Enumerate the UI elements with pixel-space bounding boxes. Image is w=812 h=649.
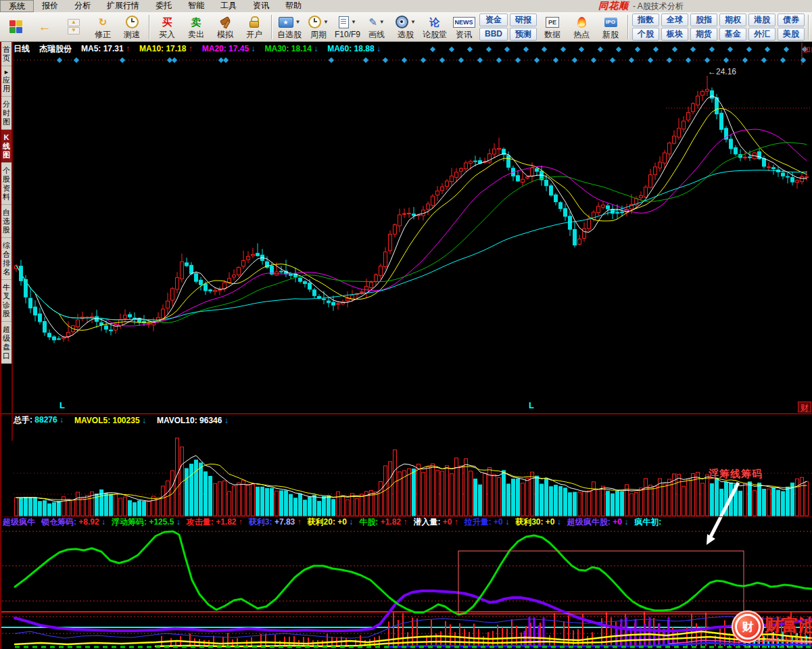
toolbar-separator [627,15,629,39]
toolbar-button-label: 卖出 [188,30,204,39]
sidebar-item-牛叉诊股[interactable]: 牛叉诊股 [1,280,11,322]
down-arrow-icon: ↓ [349,517,353,527]
toolbar-button-label: 论股堂 [423,30,447,39]
toolbar-button-个股[interactable]: 个股 [632,28,659,41]
sidebar-border-line [11,42,13,441]
toolbar-separator [808,15,809,39]
toolbar-button-美股[interactable]: 美股 [778,28,805,41]
toolbar-button-data[interactable]: PE数据 [538,14,567,41]
toolbar-button-draw-line[interactable]: ✎▼画线 [362,14,391,41]
toolbar-button-page-arrows[interactable]: ▲▼ [59,14,88,41]
toolbar-button-研报[interactable]: 研报 [510,14,537,26]
down-arrow-icon: ↓ [142,416,146,425]
chevron-down-icon: ▼ [410,19,416,25]
menu-item-7[interactable]: 资讯 [245,0,277,11]
draw-line-icon: ✎ [368,16,377,29]
sidebar-item-自选股[interactable]: 自选股 [1,205,11,238]
indicator-stat-0: 锁仓筹码: +8.92 ↓ [41,516,105,528]
page-up-down-icon: ▲▼ [68,19,80,34]
float-chip-annotation: 浮筹线筹码 [709,468,763,481]
toolbar-button-buy[interactable]: 买买入 [153,14,181,41]
add-watchlist-tag[interactable]: 加自 [803,45,812,55]
toolbar-button-资金[interactable]: 资金 [479,14,508,26]
toolbar-button-f10-f9[interactable]: ▼F10/F9 [333,14,362,41]
menu-item-4[interactable]: 委托 [147,0,180,11]
app-logo: 同花顺 [598,0,629,12]
toolbar-button-BBD[interactable]: BBD [479,28,508,41]
toolbar-button-预测[interactable]: 预测 [510,28,537,41]
indicator-stat-3: 获利3: +7.83 ↑ [249,516,302,528]
toolbar-button-news[interactable]: NEWS资讯 [450,14,478,41]
sidebar-item-首页[interactable]: 首页 [1,42,11,66]
toolbar-button-speed-test[interactable]: 测速 [118,14,146,41]
up-arrow-icon: ↑ [403,517,407,527]
toolbar-button-stock-pick[interactable]: ▼选股 [391,14,420,41]
toolbar-button-指数[interactable]: 指数 [632,14,659,26]
toolbar-button-label: F10/F9 [335,30,360,39]
lock-icon [249,16,259,28]
sidebar-item-应用[interactable]: ▶应用 [1,66,11,97]
menu-item-5[interactable]: 智能 [180,0,212,11]
menu-item-1[interactable]: 报价 [34,0,66,11]
toolbar-button-期货[interactable]: 期货 [690,28,717,41]
toolbar-button-股指[interactable]: 股指 [690,14,717,26]
toolbar-button-label: 开户 [246,30,262,39]
toolbar-button-板块[interactable]: 板块 [661,28,688,41]
window-title: 同花顺 - A股技术分析 [598,1,684,11]
sidebar-item-分时图[interactable]: 分时图 [1,97,11,130]
toolbar-button-债券[interactable]: 债券 [778,14,805,26]
toolbar-button-watchlist[interactable]: ▼自选股 [275,14,304,41]
toolbar-button-外汇[interactable]: 外汇 [748,28,775,41]
sidebar-item-综合排名[interactable]: 综合排名 [1,238,11,280]
toolbar-button-label: 新股 [602,30,619,39]
toolbar: ←▲▼↻修正测速买买入卖卖出模拟开户▼自选股▼周期▼F10/F9✎▼画线▼选股论… [0,12,812,42]
toolbar-button-correct[interactable]: ↻修正 [89,14,117,41]
pane-divider-main-volume [0,413,812,414]
toolbar-button-sell[interactable]: 卖卖出 [182,14,210,41]
toolbar-button-基金[interactable]: 基金 [719,28,746,41]
flame-icon [577,17,586,28]
toolbar-button-ipo[interactable]: IPO新股 [596,14,625,41]
menu-item-2[interactable]: 分析 [66,0,99,11]
toolbar-stack-债券: 债券美股 [778,14,805,41]
indicator-stat-8: 获利30: +0 ↓ [515,516,561,528]
toolbar-button-period[interactable]: ▼周期 [304,14,333,41]
toolbar-separator [149,15,150,39]
menu-item-3[interactable]: 扩展行情 [99,0,147,11]
toolbar-button-simulate[interactable]: 模拟 [211,14,239,41]
chevron-down-icon: ▼ [323,19,329,25]
sidebar-item-超级盘口[interactable]: 超级盘口 [1,322,11,364]
menu-item-6[interactable]: 工具 [212,0,245,11]
toolbar-button-全球[interactable]: 全球 [661,14,688,26]
ma-value-1: MA5: 17.31 ↑ [81,44,130,53]
l-marker-1: L [59,400,65,410]
down-arrow-icon: ↓ [505,517,509,527]
toolbar-button-forum[interactable]: 论论股堂 [421,14,449,41]
menu-item-8[interactable]: 帮助 [277,0,310,11]
toolbar-button-期权[interactable]: 期权 [719,14,746,26]
toolbar-button-layout[interactable] [1,14,30,41]
cai-tag[interactable]: 财 [798,402,811,412]
up-arrow-icon: ↑ [297,517,302,527]
sidebar-item-个股资料[interactable]: 个股资料 [1,163,11,205]
indicator-stat-4: 获利20: +0 ↓ [308,516,354,528]
toolbar-button-back[interactable]: ← [30,14,59,41]
menu-bar: 系统报价分析扩展行情委托智能工具资讯帮助 [0,0,812,13]
radar-icon [396,16,408,28]
watermark-url: www.caifuchi.com [766,636,812,643]
ma-value-3: MA20: 17.45 ↓ [202,44,256,53]
sidebar-item-K线图[interactable]: K线图 [1,130,11,163]
chart-canvas[interactable] [0,42,812,649]
toolbar-button-open-account[interactable]: 开户 [240,14,268,41]
down-arrow-icon: ↓ [557,517,561,527]
toolbar-stack-资金: 资金BBD [479,14,508,41]
indicator-stat-9: 超级疯牛股: +0 ↓ [567,516,628,528]
toolbar-stack-股指: 股指期货 [690,14,717,41]
toolbar-button-港股[interactable]: 港股 [748,14,775,26]
watermark-logo: 财 [732,610,764,643]
toolbar-button-label: 选股 [398,30,414,39]
ma-value-5: MA60: 18.88 ↓ [327,44,381,53]
toolbar-button-hot[interactable]: 热点 [567,14,596,41]
back-icon: ← [39,20,51,34]
menu-item-0[interactable]: 系统 [0,0,34,12]
